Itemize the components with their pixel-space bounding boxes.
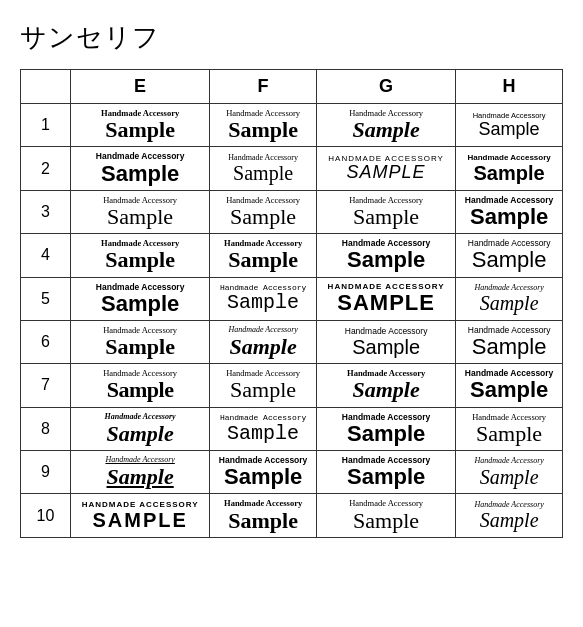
font-cell: Handmade AccessorySample (210, 451, 317, 494)
cell-sample: Sample (319, 422, 453, 446)
font-sample-table: E F G H 1Handmade AccessorySampleHandmad… (20, 69, 563, 538)
cell-sample: Sample (212, 423, 314, 445)
font-cell: Handmade AccessorySample (210, 147, 317, 190)
font-cell: Handmade AccessorySample (316, 364, 455, 407)
font-cell: Handmade AccessorySample (71, 364, 210, 407)
cell-sample: SAMPLE (319, 163, 453, 183)
font-cell: Handmade AccessorySample (210, 494, 317, 537)
page-title: サンセリフ (20, 20, 563, 55)
cell-sample: SAMPLE (73, 509, 207, 531)
font-cell: Handmade AccessorySample (456, 234, 563, 277)
font-cell: Handmade AccessorySample (316, 234, 455, 277)
col-header-e: E (71, 70, 210, 104)
row-number: 5 (21, 277, 71, 320)
font-cell: Handmade AccessorySample (210, 277, 317, 320)
cell-sample: Sample (319, 465, 453, 489)
cell-sample: Sample (458, 335, 560, 359)
cell-sample: Sample (458, 120, 560, 140)
cell-sample: SAMPLE (319, 291, 453, 315)
font-cell: Handmade AccessorySample (71, 147, 210, 190)
cell-sample: Sample (73, 292, 207, 316)
cell-label: Handmade Accessory (458, 153, 560, 163)
cell-sample: Sample (458, 466, 560, 488)
cell-label: Handmade Accessory (319, 326, 453, 336)
cell-sample: Sample (73, 118, 207, 142)
cell-sample: Sample (458, 509, 560, 531)
font-cell: Handmade AccessorySample (456, 407, 563, 450)
font-cell: Handmade AccessorySample (316, 407, 455, 450)
cell-sample: Sample (212, 162, 314, 184)
font-cell: Handmade AccessorySample (316, 494, 455, 537)
font-cell: Handmade AccessorySample (456, 494, 563, 537)
row-number: 8 (21, 407, 71, 450)
cell-sample: Sample (458, 248, 560, 272)
row-number: 6 (21, 320, 71, 363)
font-cell: Handmade AccessorySample (71, 277, 210, 320)
cell-sample: Sample (212, 465, 314, 489)
cell-label: Handmade Accessory (458, 283, 560, 293)
cell-sample: Sample (319, 118, 453, 142)
font-cell: Handmade AccessorySample (316, 320, 455, 363)
font-cell: Handmade AccessorySample (71, 190, 210, 233)
font-cell: Handmade AccessorySample (456, 190, 563, 233)
cell-sample: Sample (458, 205, 560, 229)
cell-sample: Sample (319, 248, 453, 272)
cell-sample: Sample (458, 292, 560, 314)
font-cell: Handmade AccessorySample (316, 190, 455, 233)
font-cell: Handmade AccessorySample (210, 364, 317, 407)
col-header-g: G (316, 70, 455, 104)
cell-sample: Sample (212, 118, 314, 142)
col-header-h: H (456, 70, 563, 104)
font-cell: Handmade AccessorySample (71, 451, 210, 494)
row-number: 7 (21, 364, 71, 407)
font-cell: Handmade AccessorySample (210, 320, 317, 363)
font-cell: HANDMADE ACCESSORYSAMPLE (316, 147, 455, 190)
cell-sample: Sample (319, 509, 453, 533)
font-cell: Handmade AccessorySample (456, 147, 563, 190)
font-cell: Handmade AccessorySample (456, 104, 563, 147)
font-cell: Handmade AccessorySample (71, 234, 210, 277)
col-header-f: F (210, 70, 317, 104)
cell-sample: Sample (212, 335, 314, 359)
cell-sample: Sample (73, 465, 207, 489)
cell-sample: Sample (73, 248, 207, 272)
font-cell: Handmade AccessorySample (210, 190, 317, 233)
row-number: 1 (21, 104, 71, 147)
cell-sample: Sample (212, 378, 314, 402)
font-cell: Handmade AccessorySample (456, 320, 563, 363)
row-number: 2 (21, 147, 71, 190)
font-cell: Handmade AccessorySample (456, 451, 563, 494)
font-cell: Handmade AccessorySample (210, 104, 317, 147)
cell-sample: Sample (319, 205, 453, 229)
cell-sample: Sample (212, 509, 314, 533)
font-cell: HANDMADE ACCESSORYSAMPLE (71, 494, 210, 537)
font-cell: Handmade AccessorySample (316, 451, 455, 494)
font-cell: Handmade AccessorySample (316, 104, 455, 147)
font-cell: Handmade AccessorySample (71, 407, 210, 450)
font-cell: HANDMADE ACCESSORYSAMPLE (316, 277, 455, 320)
cell-sample: Sample (319, 378, 453, 402)
cell-sample: Sample (73, 335, 207, 359)
font-cell: Handmade AccessorySample (210, 234, 317, 277)
cell-sample: Sample (319, 336, 453, 358)
cell-label: Handmade Accessory (212, 153, 314, 163)
cell-sample: Sample (73, 378, 207, 402)
cell-sample: Sample (212, 205, 314, 229)
row-number: 4 (21, 234, 71, 277)
cell-sample: Sample (458, 162, 560, 184)
cell-sample: Sample (73, 162, 207, 186)
cell-sample: Sample (212, 292, 314, 314)
cell-sample: Sample (458, 422, 560, 446)
row-number: 9 (21, 451, 71, 494)
cell-sample: Sample (73, 422, 207, 446)
col-header-empty (21, 70, 71, 104)
font-cell: Handmade AccessorySample (210, 407, 317, 450)
cell-sample: Sample (458, 378, 560, 402)
font-cell: Handmade AccessorySample (456, 277, 563, 320)
cell-sample: Sample (212, 248, 314, 272)
row-number: 10 (21, 494, 71, 537)
cell-label: Handmade Accessory (458, 456, 560, 466)
font-cell: Handmade AccessorySample (71, 320, 210, 363)
row-number: 3 (21, 190, 71, 233)
cell-label: HANDMADE ACCESSORY (73, 500, 207, 510)
